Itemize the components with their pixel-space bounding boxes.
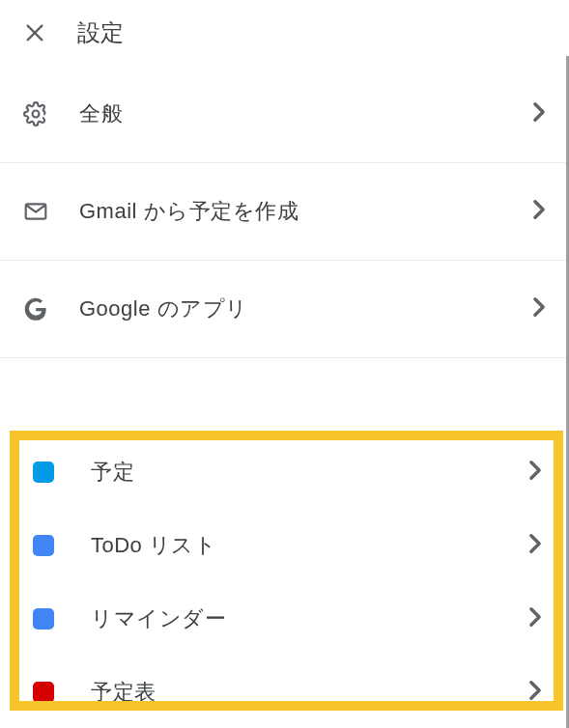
calendar-row-events[interactable]: 予定 bbox=[0, 435, 569, 509]
chevron-right-icon bbox=[528, 606, 542, 631]
google-icon bbox=[23, 296, 48, 322]
svg-point-2 bbox=[33, 111, 40, 118]
calendar-label: ToDo リスト bbox=[91, 531, 528, 560]
chevron-right-icon bbox=[532, 101, 546, 126]
calendar-row-reminders[interactable]: リマインダー bbox=[0, 582, 569, 656]
settings-row-gmail[interactable]: Gmail から予定を作成 bbox=[0, 163, 569, 260]
calendar-label: 予定 bbox=[91, 458, 528, 487]
color-chip bbox=[33, 608, 54, 630]
mail-icon bbox=[23, 199, 48, 224]
chevron-right-icon bbox=[528, 533, 542, 558]
settings-row-label: Gmail から予定を作成 bbox=[79, 197, 532, 226]
settings-row-label: 全般 bbox=[79, 99, 532, 128]
calendar-row-todo[interactable]: ToDo リスト bbox=[0, 509, 569, 582]
calendar-label: リマインダー bbox=[91, 604, 528, 633]
page-title: 設定 bbox=[77, 17, 124, 48]
calendar-row-schedule[interactable]: 予定表 bbox=[0, 656, 569, 728]
settings-row-label: Google のアプリ bbox=[79, 294, 532, 323]
chevron-right-icon bbox=[532, 296, 546, 322]
chevron-right-icon bbox=[528, 680, 542, 705]
calendar-label: 予定表 bbox=[91, 678, 528, 707]
chevron-right-icon bbox=[528, 460, 542, 485]
color-chip bbox=[33, 682, 54, 703]
close-icon[interactable] bbox=[23, 21, 46, 44]
chevron-right-icon bbox=[532, 199, 546, 224]
gear-icon bbox=[23, 101, 48, 126]
settings-row-general[interactable]: 全般 bbox=[0, 66, 569, 162]
settings-row-google-apps[interactable]: Google のアプリ bbox=[0, 261, 569, 357]
settings-header: 設定 bbox=[0, 0, 569, 66]
calendar-list: 予定 ToDo リスト リマインダー 予定表 bbox=[0, 358, 569, 728]
color-chip bbox=[33, 535, 54, 556]
color-chip bbox=[33, 462, 54, 483]
